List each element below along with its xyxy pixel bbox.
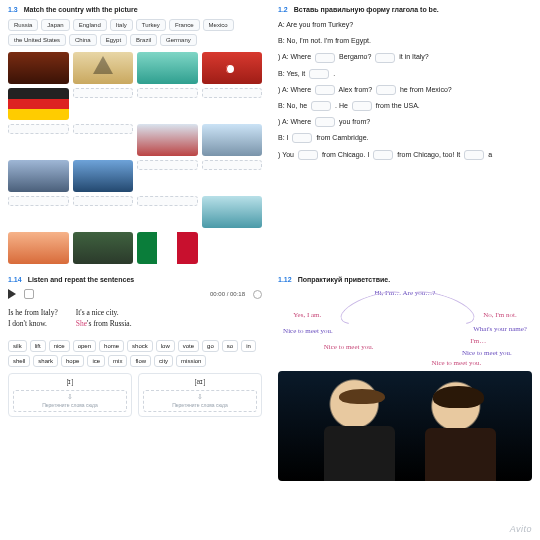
country-image[interactable] [202, 196, 263, 228]
word-chip[interactable]: city [154, 355, 173, 367]
bubble: Nice to meet you. [431, 359, 481, 367]
volume-icon[interactable] [24, 289, 34, 299]
blank-input[interactable] [309, 69, 329, 79]
word-chip[interactable]: open [73, 340, 96, 352]
word-chip[interactable]: lift [30, 340, 46, 352]
country-pill[interactable]: Egypt [100, 34, 127, 46]
country-pill[interactable]: Turkey [136, 19, 166, 31]
blank-input[interactable] [315, 117, 335, 127]
bubble: What's your name? [473, 325, 527, 333]
answer-slot[interactable] [202, 160, 263, 170]
word-bank: silkliftniceopenhomeshocklowvotegosoinsh… [8, 340, 262, 367]
country-image[interactable] [137, 52, 198, 84]
word-chip[interactable]: shark [33, 355, 58, 367]
bubble: Nice to meet you. [324, 343, 374, 351]
gear-icon[interactable] [253, 290, 262, 299]
word-chip[interactable]: low [156, 340, 175, 352]
title-text: Вставь правильную форму глагола [294, 6, 420, 13]
drop-zone[interactable]: ⇩ Перетяните слова сюда [143, 390, 257, 412]
dialogue-line: ) A: Where you from? [278, 116, 532, 127]
dialogue-line: ) A: Where Alex from? he from Mexico? [278, 84, 532, 95]
word-chip[interactable]: shock [127, 340, 153, 352]
country-pill[interactable]: China [69, 34, 97, 46]
word-chip[interactable]: shell [8, 355, 30, 367]
answer-slot[interactable] [202, 88, 263, 98]
dialogue-line: ) A: Where Bergamo? it in Italy? [278, 51, 532, 62]
country-pill[interactable]: Germany [160, 34, 197, 46]
country-image[interactable] [202, 124, 263, 156]
word-chip[interactable]: vote [178, 340, 199, 352]
country-image[interactable] [73, 232, 134, 264]
bubble: No, I'm not. [483, 311, 517, 319]
country-image[interactable] [137, 124, 198, 156]
country-pill[interactable]: the United States [8, 34, 66, 46]
word-chip[interactable]: nice [49, 340, 70, 352]
country-image[interactable] [8, 88, 69, 120]
bubble: Nice to meet you. [462, 349, 512, 357]
exercise-header: 1.2 Вставь правильную форму глагола to b… [278, 6, 532, 13]
exercise-title: Вставь правильную форму глагола to be. [294, 6, 439, 13]
country-pill[interactable]: Mexico [203, 19, 234, 31]
answer-slot[interactable] [8, 196, 69, 206]
bubble: Nice to meet you. [283, 327, 333, 335]
blank-input[interactable] [292, 133, 312, 143]
example-left: Is he from Italy? I don't know. [8, 307, 58, 330]
phon-col-right: [aɪ] ⇩ Перетяните слова сюда [138, 373, 262, 417]
blank-input[interactable] [352, 101, 372, 111]
word-chip[interactable]: silk [8, 340, 27, 352]
dialogue-line: B: I from Cambridge. [278, 132, 532, 143]
country-image[interactable] [73, 160, 134, 192]
word-chip[interactable]: flow [130, 355, 151, 367]
word-chip[interactable]: in [241, 340, 256, 352]
answer-slot[interactable] [137, 196, 198, 206]
drop-zone[interactable]: ⇩ Перетяните слова сюда [13, 390, 127, 412]
country-image[interactable] [137, 232, 198, 264]
answer-slot[interactable] [73, 196, 134, 206]
answer-slot[interactable] [8, 124, 69, 134]
phon-label: [aɪ] [143, 378, 257, 386]
blank-input[interactable] [298, 150, 318, 160]
blank-input[interactable] [375, 53, 395, 63]
country-pill[interactable]: France [169, 19, 200, 31]
word-chip[interactable]: mission [176, 355, 206, 367]
play-icon[interactable] [8, 289, 16, 299]
exercise-header: 1.14 Listen and repeat the sentences [8, 276, 262, 283]
answer-slot[interactable] [73, 124, 134, 134]
blank-input[interactable] [376, 85, 396, 95]
download-icon: ⇩ [67, 393, 73, 401]
audio-time: 00:00 / 00:18 [210, 291, 245, 297]
blank-input[interactable] [315, 85, 335, 95]
word-chip[interactable]: so [222, 340, 238, 352]
blank-input[interactable] [315, 53, 335, 63]
celebrity-photo [278, 371, 532, 481]
blank-input[interactable] [311, 101, 331, 111]
country-image[interactable] [8, 52, 69, 84]
country-pill[interactable]: Brazil [130, 34, 157, 46]
answer-slot[interactable] [137, 160, 198, 170]
exercise-title: Match the country with the picture [24, 6, 138, 13]
country-pill[interactable]: Italy [110, 19, 133, 31]
exercise-title: Попрактикуй приветствие. [298, 276, 391, 283]
dialogue-line: B: No, I'm not. I'm from Egypt. [278, 35, 532, 46]
country-image[interactable] [8, 232, 69, 264]
blank-input[interactable] [464, 150, 484, 160]
country-image[interactable] [73, 52, 134, 84]
country-pill[interactable]: England [73, 19, 107, 31]
blank-input[interactable] [373, 150, 393, 160]
exercise-1-2: 1.2 Вставь правильную форму глагола to b… [270, 0, 540, 270]
country-pill[interactable]: Russia [8, 19, 38, 31]
word-chip[interactable]: mix [108, 355, 127, 367]
word-chip[interactable]: hope [61, 355, 84, 367]
bubble: Yes, I am. [293, 311, 321, 319]
answer-slot[interactable] [73, 88, 134, 98]
answer-slot[interactable] [137, 88, 198, 98]
word-chip[interactable]: home [99, 340, 124, 352]
word-chip[interactable]: ice [87, 355, 105, 367]
phon-label: [ɪ] [13, 378, 127, 386]
country-image[interactable] [8, 160, 69, 192]
word-chip[interactable]: go [202, 340, 219, 352]
country-pill[interactable]: Japan [41, 19, 69, 31]
exercise-title: Listen and repeat the sentences [28, 276, 135, 283]
example-sentences: Is he from Italy? I don't know. It's a n… [8, 307, 262, 330]
country-image[interactable] [202, 52, 263, 84]
